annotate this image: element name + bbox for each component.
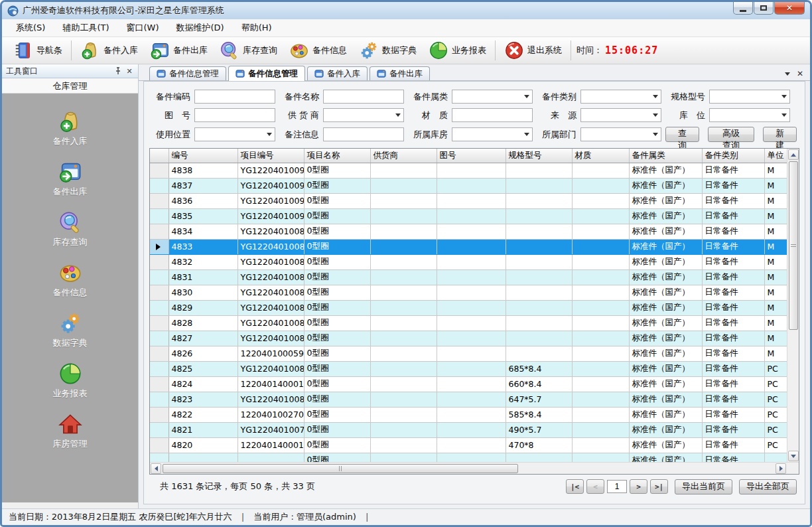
row-selector[interactable] xyxy=(150,285,169,300)
previous-page-button[interactable]: < xyxy=(586,479,604,494)
scroll-right-icon[interactable] xyxy=(776,463,786,474)
table-row[interactable]: 4829YG122040100840型圈标准件（国产）日常备件M xyxy=(150,300,787,315)
table-row[interactable]: 482012204014000130型圈470*8标准件（国产）日常备件PC xyxy=(150,437,787,453)
menu-system[interactable]: 系统(S) xyxy=(7,19,54,37)
sidebar-item-parts-outbound[interactable]: 备件出库 xyxy=(53,160,88,198)
warehouse-select[interactable] xyxy=(452,127,533,141)
column-header[interactable]: 项目编号 xyxy=(237,149,304,163)
scroll-down-icon[interactable] xyxy=(788,451,799,461)
row-selector[interactable] xyxy=(150,163,169,178)
menu-data-maintenance[interactable]: 数据维护(D) xyxy=(168,19,233,37)
table-row[interactable]: 4838YG122040100930型圈标准件（国产）日常备件M xyxy=(150,163,787,178)
table-row[interactable]: 4828YG122040100830型圈标准件（国产）日常备件M xyxy=(150,315,787,331)
row-selector[interactable] xyxy=(150,239,169,254)
row-selector[interactable] xyxy=(150,422,169,437)
row-selector[interactable] xyxy=(150,392,169,407)
horizontal-scrollbar[interactable] xyxy=(150,463,787,474)
last-page-button[interactable]: >| xyxy=(650,479,668,494)
sidebar-item-business-report[interactable]: 业务报表 xyxy=(53,362,88,400)
chevron-down-icon[interactable] xyxy=(785,72,790,76)
close-icon[interactable]: ✕ xyxy=(125,66,134,76)
drawing-number-input[interactable] xyxy=(194,108,275,122)
horizontal-scrollbar-thumb[interactable] xyxy=(163,464,518,473)
toolbar-button-business-report[interactable]: 业务报表 xyxy=(423,38,492,62)
row-selector[interactable] xyxy=(150,407,169,422)
source-select[interactable] xyxy=(580,108,661,122)
row-selector[interactable] xyxy=(150,346,169,361)
row-selector[interactable] xyxy=(150,208,169,224)
tab-parts-info-management-1[interactable]: 备件信息管理 xyxy=(149,66,226,80)
table-row[interactable]: 4830YG122040100850型圈标准件（国产）日常备件M xyxy=(150,285,787,300)
next-page-button[interactable]: > xyxy=(630,479,647,494)
table-row[interactable]: 4835YG122040100900型圈标准件（国产）日常备件M xyxy=(150,208,787,224)
first-page-button[interactable]: |< xyxy=(566,479,584,494)
table-row[interactable]: 4827YG122040100820型圈标准件（国产）日常备件M xyxy=(150,331,787,346)
storage-location-select[interactable] xyxy=(709,108,790,122)
minimize-button[interactable] xyxy=(733,2,753,15)
column-header[interactable]: 编号 xyxy=(169,149,237,163)
toolbar-button-parts-inbound[interactable]: 备件入库 xyxy=(74,38,144,62)
query-button[interactable]: 查询 xyxy=(665,127,699,142)
sidebar-item-parts-inbound[interactable]: 备件入库 xyxy=(53,110,88,147)
export-all-pages-button[interactable]: 导出全部页 xyxy=(739,479,797,494)
spec-model-select[interactable] xyxy=(709,90,790,104)
table-row[interactable]: 4823YG122040100800型圈647*5.7标准件（国产）日常备件PC xyxy=(150,392,787,407)
row-selector[interactable] xyxy=(150,437,169,453)
department-select[interactable] xyxy=(580,127,661,141)
row-selector[interactable] xyxy=(150,300,169,315)
menu-help[interactable]: 帮助(H) xyxy=(233,19,281,37)
pin-icon[interactable] xyxy=(113,66,123,76)
export-current-page-button[interactable]: 导出当前页 xyxy=(675,479,732,494)
row-selector[interactable] xyxy=(150,315,169,331)
table-row[interactable]: 4833YG122040100880型圈标准件（国产）日常备件M xyxy=(150,239,787,254)
column-header[interactable]: 备件类别 xyxy=(702,149,764,163)
table-row[interactable]: 4825YG122040100810型圈685*8.4标准件（国产）日常备件PC xyxy=(150,361,787,376)
close-icon[interactable] xyxy=(797,70,803,78)
row-selector[interactable] xyxy=(150,453,169,462)
sidebar-item-inventory-search[interactable]: 库存查询 xyxy=(53,210,88,248)
vertical-scrollbar[interactable] xyxy=(787,149,799,462)
menu-aux-tools[interactable]: 辅助工具(T) xyxy=(54,19,117,37)
column-header[interactable]: 项目名称 xyxy=(304,149,370,163)
table-row[interactable]: 4834YG122040100890型圈标准件（国产）日常备件M xyxy=(150,224,787,239)
table-row[interactable]: 482212204010027000型圈585*8.4标准件（国产）日常备件PC xyxy=(150,407,787,422)
row-selector[interactable] xyxy=(150,376,169,392)
advanced-query-button[interactable]: 高级查询 xyxy=(708,127,754,142)
row-selector[interactable] xyxy=(150,178,169,193)
toolbar-button-exit-system[interactable]: 退出系统 xyxy=(498,38,568,62)
column-header[interactable]: 供货商 xyxy=(370,149,437,163)
row-selector[interactable] xyxy=(150,193,169,208)
scroll-up-icon[interactable] xyxy=(788,149,799,160)
part-class-select[interactable] xyxy=(580,90,661,104)
remark-input[interactable] xyxy=(323,127,404,141)
row-selector[interactable] xyxy=(150,254,169,269)
table-row[interactable]: 4821YG122040100790型圈490*5.7标准件（国产）日常备件PC xyxy=(150,422,787,437)
spare-part-name-input[interactable] xyxy=(323,90,404,104)
toolbar-button-inventory-search[interactable]: 库存查询 xyxy=(214,38,283,62)
page-number-input[interactable] xyxy=(607,480,627,493)
new-button[interactable]: 新建 xyxy=(763,127,797,142)
tab-parts-info-management-2[interactable]: 备件信息管理 xyxy=(228,66,305,81)
material-input[interactable] xyxy=(452,108,533,122)
usage-position-select[interactable] xyxy=(194,127,275,141)
tab-parts-outbound[interactable]: 备件出库 xyxy=(370,66,430,80)
toolbar-button-parts-outbound[interactable]: 备件出库 xyxy=(144,38,214,62)
row-selector[interactable] xyxy=(150,269,169,285)
table-row[interactable]: 482612204010005990型圈标准件（国产）日常备件M xyxy=(150,346,787,361)
menu-window[interactable]: 窗口(W) xyxy=(118,19,168,37)
toolbar-button-data-dictionary[interactable]: 数据字典 xyxy=(353,38,423,62)
sidebar-item-parts-info[interactable]: 备件信息 xyxy=(53,261,88,299)
maximize-button[interactable] xyxy=(754,2,774,15)
row-selector[interactable] xyxy=(150,331,169,346)
toolbar-button-parts-info[interactable]: 备件信息 xyxy=(283,38,353,62)
scroll-left-icon[interactable] xyxy=(151,463,161,474)
supplier-select[interactable] xyxy=(323,108,404,122)
table-row[interactable]: 4831YG122040100860型圈标准件（国产）日常备件M xyxy=(150,269,787,285)
table-row[interactable]: 0型圈标准件（国产）日常备件 xyxy=(150,453,787,462)
row-selector[interactable] xyxy=(150,224,169,239)
sidebar-item-warehouse-management[interactable]: 库房管理 xyxy=(53,412,88,450)
sidebar-item-data-dictionary[interactable]: 数据字典 xyxy=(53,311,88,349)
row-selector[interactable] xyxy=(150,361,169,376)
spare-part-code-input[interactable] xyxy=(194,90,275,104)
table-row[interactable]: 4832YG122040100870型圈标准件（国产）日常备件M xyxy=(150,254,787,269)
